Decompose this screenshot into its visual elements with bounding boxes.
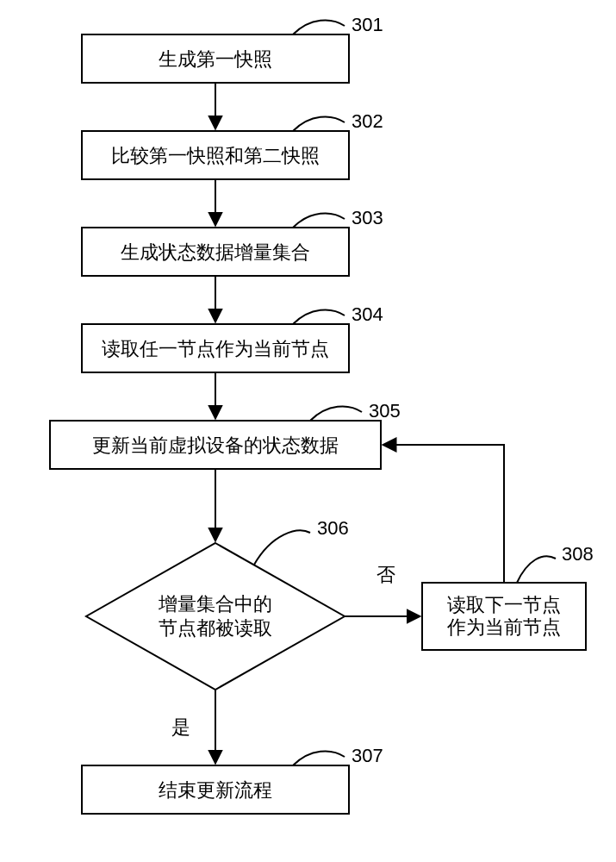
node-307: 结束更新流程 xyxy=(82,765,349,814)
node-302-tag: 302 xyxy=(352,110,383,132)
node-302-label: 比较第一快照和第二快照 xyxy=(111,145,320,166)
node-307-tag: 307 xyxy=(352,745,383,766)
callout-line xyxy=(293,309,345,324)
node-306-line1: 增量集合中的 xyxy=(158,593,272,615)
callout-line xyxy=(310,406,362,421)
callout-line xyxy=(293,751,345,765)
node-308-line1: 读取下一节点 xyxy=(447,594,561,615)
edge-no-label: 否 xyxy=(376,564,395,585)
node-304: 读取任一节点作为当前节点 xyxy=(82,324,349,372)
node-301-tag: 301 xyxy=(352,14,383,35)
node-306-tag: 306 xyxy=(317,517,349,539)
node-305-label: 更新当前虚拟设备的状态数据 xyxy=(92,434,339,456)
callout-line xyxy=(293,116,345,131)
node-306-decision: 增量集合中的 节点都被读取 xyxy=(86,543,345,690)
callout-line xyxy=(254,530,310,565)
node-301: 生成第一快照 xyxy=(82,34,349,83)
flowchart-diagram: 生成第一快照 301 比较第一快照和第二快照 302 生成状态数据增量集合 30… xyxy=(0,0,616,862)
node-303: 生成状态数据增量集合 xyxy=(82,228,349,276)
arrow-feedback xyxy=(383,445,504,583)
edge-yes-label: 是 xyxy=(171,716,190,738)
node-305-tag: 305 xyxy=(369,400,401,422)
node-308: 读取下一节点 作为当前节点 xyxy=(422,583,586,650)
node-304-tag: 304 xyxy=(352,303,383,325)
node-306-line2: 节点都被读取 xyxy=(159,617,272,639)
node-303-label: 生成状态数据增量集合 xyxy=(121,241,310,263)
node-305: 更新当前虚拟设备的状态数据 xyxy=(50,421,381,469)
node-308-line2: 作为当前节点 xyxy=(446,616,561,638)
node-304-label: 读取任一节点作为当前节点 xyxy=(102,338,329,359)
callout-line xyxy=(517,556,556,583)
node-302: 比较第一快照和第二快照 xyxy=(82,131,349,179)
callout-line xyxy=(293,20,345,34)
node-308-tag: 308 xyxy=(562,543,594,565)
node-307-label: 结束更新流程 xyxy=(159,779,272,801)
node-303-tag: 303 xyxy=(352,207,383,228)
callout-line xyxy=(293,213,345,228)
node-301-label: 生成第一快照 xyxy=(159,48,272,70)
